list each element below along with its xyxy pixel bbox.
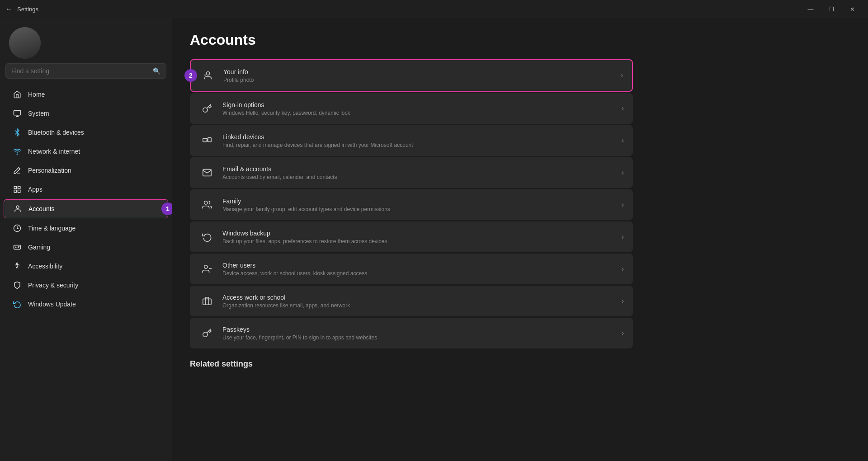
access-work-icon xyxy=(199,293,215,309)
bluetooth-icon xyxy=(13,128,22,137)
sign-in-desc: Windows Hello, security key, password, d… xyxy=(222,110,614,116)
accounts-icon xyxy=(13,204,22,213)
linked-devices-icon xyxy=(199,132,215,149)
sidebar-item-network[interactable]: Network & internet xyxy=(4,142,168,160)
sign-in-icon xyxy=(199,100,215,117)
sign-in-text: Sign-in optionsWindows Hello, security k… xyxy=(222,101,614,116)
your-info-title: Your info xyxy=(223,68,613,75)
family-desc: Manage your family group, edit account t… xyxy=(222,206,614,212)
windows-backup-icon xyxy=(199,229,215,245)
titlebar: ← Settings — ❐ ✕ xyxy=(0,0,868,18)
sidebar-item-label-system: System xyxy=(28,110,49,117)
sidebar-item-personalization[interactable]: Personalization xyxy=(4,161,168,179)
privacy-icon xyxy=(13,281,22,290)
svg-rect-4 xyxy=(14,186,16,188)
settings-item-sign-in[interactable]: Sign-in optionsWindows Hello, security k… xyxy=(190,93,633,124)
related-settings-title: Related settings xyxy=(190,359,850,369)
close-button[interactable]: ✕ xyxy=(842,2,863,16)
sidebar-item-accessibility[interactable]: Accessibility xyxy=(4,257,168,275)
time-icon xyxy=(13,224,22,233)
sidebar-item-privacy[interactable]: Privacy & security xyxy=(4,276,168,294)
linked-devices-chevron: › xyxy=(622,136,624,145)
sign-in-title: Sign-in options xyxy=(222,101,614,108)
email-accounts-chevron: › xyxy=(622,169,624,177)
access-work-chevron: › xyxy=(622,297,624,305)
svg-rect-5 xyxy=(18,186,20,188)
linked-devices-desc: Find, repair, and manage devices that ar… xyxy=(222,142,614,148)
settings-item-your-info[interactable]: 2Your infoProfile photo› xyxy=(190,59,633,92)
sidebar: 🔍 HomeSystemBluetooth & devicesNetwork &… xyxy=(0,18,172,461)
avatar xyxy=(9,27,41,59)
other-users-text: Other usersDevice access, work or school… xyxy=(222,262,614,277)
nav-badge-accounts: 1 xyxy=(161,202,172,215)
sidebar-item-accounts[interactable]: Accounts1 xyxy=(4,199,168,218)
network-icon xyxy=(13,147,22,156)
sidebar-nav: HomeSystemBluetooth & devicesNetwork & i… xyxy=(0,83,172,315)
settings-item-linked-devices[interactable]: Linked devicesFind, repair, and manage d… xyxy=(190,125,633,156)
sidebar-item-update[interactable]: Windows Update xyxy=(4,295,168,313)
sidebar-item-label-gaming: Gaming xyxy=(28,244,50,251)
svg-rect-0 xyxy=(14,110,21,115)
sidebar-item-label-time: Time & language xyxy=(28,225,75,232)
family-title: Family xyxy=(222,198,614,205)
your-info-text: Your infoProfile photo xyxy=(223,68,613,83)
page-title: Accounts xyxy=(190,32,850,48)
family-icon xyxy=(199,197,215,213)
linked-devices-title: Linked devices xyxy=(222,133,614,141)
settings-item-access-work[interactable]: Access work or schoolOrganization resour… xyxy=(190,286,633,316)
settings-item-windows-backup[interactable]: Windows backupBack up your files, apps, … xyxy=(190,221,633,252)
sidebar-item-time[interactable]: Time & language xyxy=(4,219,168,237)
sidebar-item-label-home: Home xyxy=(28,91,45,98)
passkeys-text: PasskeysUse your face, fingerprint, or P… xyxy=(222,326,614,341)
email-accounts-text: Email & accountsAccounts used by email, … xyxy=(222,165,614,180)
search-box: 🔍 xyxy=(5,63,166,79)
search-input[interactable] xyxy=(11,67,149,75)
sidebar-item-label-personalization: Personalization xyxy=(28,167,71,174)
minimize-button[interactable]: — xyxy=(800,2,821,16)
svg-rect-24 xyxy=(203,299,211,305)
home-icon xyxy=(13,90,22,99)
app-body: 🔍 HomeSystemBluetooth & devicesNetwork &… xyxy=(0,18,868,461)
back-icon[interactable]: ← xyxy=(5,5,13,13)
sidebar-item-apps[interactable]: Apps xyxy=(4,180,168,198)
svg-point-16 xyxy=(206,72,209,75)
settings-item-family[interactable]: FamilyManage your family group, edit acc… xyxy=(190,189,633,220)
windows-backup-text: Windows backupBack up your files, apps, … xyxy=(222,230,614,245)
sidebar-item-label-accessibility: Accessibility xyxy=(28,263,62,270)
sidebar-item-label-bluetooth: Bluetooth & devices xyxy=(28,129,84,136)
personalization-icon xyxy=(13,166,22,175)
sidebar-item-label-update: Windows Update xyxy=(28,301,76,308)
sidebar-item-gaming[interactable]: Gaming xyxy=(4,238,168,256)
your-info-desc: Profile photo xyxy=(223,77,613,83)
email-accounts-icon xyxy=(199,165,215,181)
email-accounts-desc: Accounts used by email, calendar, and co… xyxy=(222,174,614,180)
other-users-desc: Device access, work or school users, kio… xyxy=(222,270,614,277)
maximize-button[interactable]: ❐ xyxy=(821,2,842,16)
settings-item-other-users[interactable]: Other usersDevice access, work or school… xyxy=(190,254,633,284)
titlebar-controls: — ❐ ✕ xyxy=(800,2,863,16)
access-work-title: Access work or school xyxy=(222,294,614,301)
other-users-chevron: › xyxy=(622,265,624,273)
svg-point-3 xyxy=(17,154,18,155)
passkeys-chevron: › xyxy=(622,329,624,337)
passkeys-title: Passkeys xyxy=(222,326,614,333)
your-info-chevron: › xyxy=(621,71,623,80)
sidebar-item-label-apps: Apps xyxy=(28,186,42,193)
search-container: 🔍 xyxy=(0,63,172,83)
email-accounts-title: Email & accounts xyxy=(222,165,614,173)
svg-point-21 xyxy=(204,201,208,204)
settings-list: 2Your infoProfile photo›Sign-in optionsW… xyxy=(190,59,633,348)
settings-item-email-accounts[interactable]: Email & accountsAccounts used by email, … xyxy=(190,157,633,188)
sidebar-item-home[interactable]: Home xyxy=(4,85,168,103)
sidebar-item-bluetooth[interactable]: Bluetooth & devices xyxy=(4,123,168,141)
passkeys-icon xyxy=(199,325,215,341)
sidebar-item-system[interactable]: System xyxy=(4,104,168,122)
main-content: Accounts 2Your infoProfile photo›Sign-in… xyxy=(172,18,868,461)
svg-rect-7 xyxy=(18,190,20,193)
titlebar-left: ← Settings xyxy=(5,5,38,13)
access-work-text: Access work or schoolOrganization resour… xyxy=(222,294,614,309)
settings-item-passkeys[interactable]: PasskeysUse your face, fingerprint, or P… xyxy=(190,318,633,348)
titlebar-title: Settings xyxy=(17,6,38,13)
other-users-title: Other users xyxy=(222,262,614,269)
item-badge-your-info: 2 xyxy=(184,69,197,82)
